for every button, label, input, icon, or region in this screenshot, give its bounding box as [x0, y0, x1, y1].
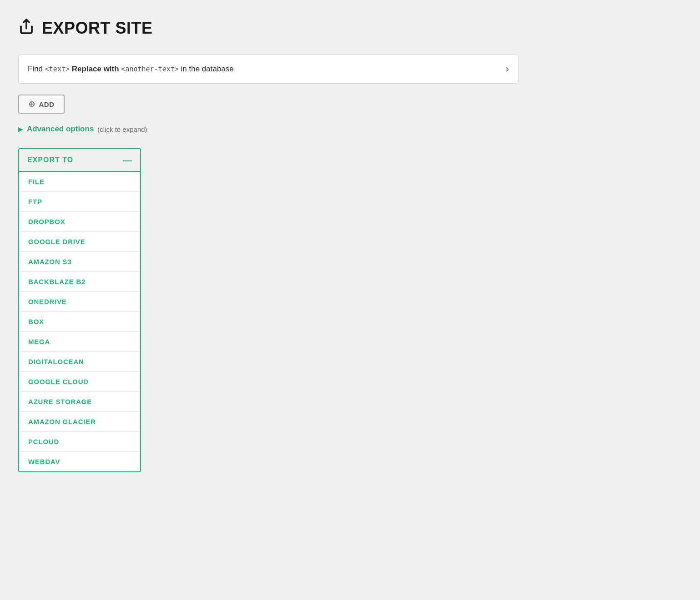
- export-to-item[interactable]: BACKBLAZE B2: [19, 272, 140, 292]
- export-site-icon: [18, 18, 35, 38]
- export-to-item[interactable]: GOOGLE DRIVE: [19, 232, 140, 252]
- advanced-options-row[interactable]: ▶ Advanced options (click to expand): [18, 125, 528, 134]
- export-to-item[interactable]: FILE: [19, 172, 140, 192]
- find-replace-bold: Replace with: [72, 65, 121, 73]
- find-replace-bar[interactable]: Find <text> Replace with <another-text> …: [18, 55, 519, 84]
- export-to-item[interactable]: BOX: [19, 312, 140, 332]
- advanced-options-arrow-icon: ▶: [18, 125, 23, 133]
- page-header: EXPORT SITE: [18, 18, 528, 38]
- export-to-items-list: FILEFTPDROPBOXGOOGLE DRIVEAMAZON S3BACKB…: [19, 172, 140, 471]
- export-to-item[interactable]: WEBDAV: [19, 452, 140, 471]
- find-code1: <text>: [45, 65, 70, 73]
- export-to-item[interactable]: PCLOUD: [19, 432, 140, 452]
- export-to-title: EXPORT TO: [27, 156, 73, 164]
- find-replace-text: Find <text> Replace with <another-text> …: [28, 65, 234, 74]
- page-title: EXPORT SITE: [42, 19, 153, 38]
- find-code2: <another-text>: [121, 65, 178, 73]
- export-to-header: EXPORT TO —: [19, 149, 140, 172]
- export-to-item[interactable]: MEGA: [19, 332, 140, 352]
- export-to-item[interactable]: GOOGLE CLOUD: [19, 372, 140, 392]
- export-to-panel: EXPORT TO — FILEFTPDROPBOXGOOGLE DRIVEAM…: [18, 148, 141, 472]
- add-button[interactable]: ⊕ ADD: [18, 95, 65, 114]
- export-to-item[interactable]: AZURE STORAGE: [19, 392, 140, 412]
- export-to-item[interactable]: DROPBOX: [19, 212, 140, 232]
- export-to-item[interactable]: DIGITALOCEAN: [19, 352, 140, 372]
- export-to-collapse-button[interactable]: —: [123, 155, 132, 165]
- export-to-item[interactable]: FTP: [19, 192, 140, 212]
- export-to-item[interactable]: ONEDRIVE: [19, 292, 140, 312]
- export-to-item[interactable]: AMAZON GLACIER: [19, 412, 140, 432]
- find-replace-chevron[interactable]: ›: [506, 63, 509, 75]
- add-button-label: ADD: [39, 100, 55, 108]
- export-to-item[interactable]: AMAZON S3: [19, 252, 140, 272]
- advanced-options-label: Advanced options: [27, 125, 94, 134]
- find-replace-suffix: in the database: [181, 65, 234, 73]
- add-plus-icon: ⊕: [28, 99, 35, 109]
- advanced-options-hint: (click to expand): [97, 125, 147, 133]
